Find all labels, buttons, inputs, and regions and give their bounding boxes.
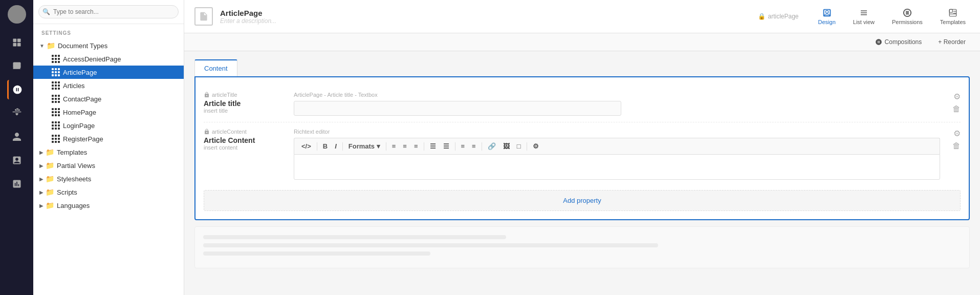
main-content: ArticlePage Enter a description... 🔒 art…: [184, 0, 980, 295]
tree-item-label: Articles: [63, 82, 85, 90]
prop-name-article-content: Article Content: [204, 136, 286, 144]
page-description: Enter a description...: [220, 17, 758, 25]
tree-item-label: Languages: [57, 202, 90, 209]
toolbar-row: Compositions + Reorder: [184, 33, 980, 51]
tab-templates[interactable]: Templates: [936, 6, 970, 28]
top-actions: Design List view Permissions Templates: [814, 6, 970, 28]
tree-item-document-types[interactable]: ▼ 📁 Document Types: [33, 39, 184, 52]
rte-link-btn[interactable]: 🔗: [485, 141, 499, 152]
reorder-button[interactable]: + Reorder: [934, 36, 970, 48]
rte-divider-5: [455, 142, 455, 151]
rte-align-right-btn[interactable]: ≡: [411, 141, 421, 152]
tree-item-label: ArticlePage: [63, 69, 97, 76]
svg-rect-1: [17, 39, 20, 43]
svg-rect-9: [949, 9, 952, 12]
chevron-right-icon: ▶: [39, 163, 43, 168]
rte-align-center-btn[interactable]: ≡: [400, 141, 410, 152]
page-icon: [194, 7, 213, 26]
article-content-alias: articleContent: [212, 129, 247, 135]
rte-ul-btn[interactable]: ☰: [427, 141, 439, 152]
rte-bold-btn[interactable]: B: [320, 141, 331, 152]
tree-item-article-page[interactable]: ArticlePage: [33, 66, 184, 79]
rte-toolbar: </> B I Formats ▾ ≡ ≡ ≡ ☰ ☰: [294, 138, 940, 154]
tree-item-label: ContactPage: [63, 95, 101, 103]
avatar[interactable]: [8, 5, 26, 24]
svg-rect-2: [13, 43, 16, 47]
prop-right-article-title: ArticlePage - Article title - Textbox: [294, 92, 940, 116]
rte-divider-2: [342, 142, 343, 151]
tab-list-view[interactable]: List view: [849, 6, 879, 28]
prop-actions-article-title: ⚙ 🗑: [948, 92, 961, 114]
rte-media-btn[interactable]: □: [514, 141, 524, 152]
rte-indent-btn[interactable]: ≡: [458, 141, 468, 152]
rte-ol-btn[interactable]: ☰: [440, 141, 452, 152]
page-title-section: ArticlePage Enter a description...: [220, 9, 758, 25]
search-input[interactable]: [38, 5, 179, 18]
tree-item-register-page[interactable]: RegisterPage: [33, 132, 184, 145]
lock-icon: 🔒: [758, 13, 766, 20]
delete-icon-2[interactable]: 🗑: [952, 141, 961, 151]
tree-item-templates[interactable]: ▶ 📁 Templates: [33, 145, 184, 159]
sidebar-item-settings[interactable]: [7, 80, 27, 99]
add-property-button[interactable]: Add property: [204, 190, 961, 211]
grid-icon: [52, 81, 60, 90]
sidebar-item-forms[interactable]: [7, 151, 27, 170]
sidebar-item-content[interactable]: [7, 33, 27, 52]
search-bar: 🔍: [33, 0, 184, 24]
rte-italic-btn[interactable]: I: [332, 141, 340, 152]
sidebar-item-media[interactable]: [7, 56, 27, 76]
rte-align-left-btn[interactable]: ≡: [389, 141, 399, 152]
tree-item-partial-views[interactable]: ▶ 📁 Partial Views: [33, 159, 184, 172]
folder-icon: 📁: [47, 41, 55, 50]
rte-editor-area[interactable]: [294, 154, 940, 180]
prop-left-article-title: articleTitle Article title insert title: [204, 92, 286, 114]
delete-icon[interactable]: 🗑: [952, 104, 961, 114]
tab-bar: Content: [194, 59, 970, 76]
editor-card: articleTitle Article title insert title …: [194, 76, 970, 220]
settings-icon[interactable]: ⚙: [953, 92, 961, 101]
tree-item-languages[interactable]: ▶ 📁 Languages: [33, 199, 184, 212]
prop-alias-article-content: articleContent: [204, 129, 286, 135]
chevron-down-icon: ▼: [39, 43, 45, 49]
tab-templates-label: Templates: [940, 19, 966, 25]
rte-divider-7: [527, 142, 527, 151]
rte-formats-btn[interactable]: Formats ▾: [345, 141, 383, 152]
tab-list-view-label: List view: [853, 19, 875, 25]
tree-item-articles[interactable]: Articles: [33, 79, 184, 92]
svg-point-5: [14, 64, 16, 65]
tab-permissions[interactable]: Permissions: [888, 6, 927, 28]
tree-item-stylesheets[interactable]: ▶ 📁 Stylesheets: [33, 172, 184, 185]
tree-item-label: Templates: [57, 149, 87, 156]
compositions-button[interactable]: Compositions: [871, 36, 926, 48]
rte-code-btn[interactable]: </>: [298, 141, 314, 152]
chevron-right-icon: ▶: [39, 203, 43, 208]
tree-item-label: RegisterPage: [63, 135, 103, 143]
tab-design[interactable]: Design: [814, 6, 840, 28]
tree-item-scripts[interactable]: ▶ 📁 Scripts: [33, 185, 184, 199]
placeholder-line: [203, 251, 430, 256]
rte-image-btn[interactable]: 🖼: [500, 141, 513, 152]
prop-desc-article-content: insert content: [204, 144, 286, 151]
add-property-label: Add property: [563, 197, 601, 204]
article-title-input[interactable]: [294, 101, 621, 116]
prop-name-article-title: Article title: [204, 99, 286, 108]
tree-item-label: Stylesheets: [57, 175, 91, 183]
page-name: ArticlePage: [220, 9, 758, 17]
prop-alias-article-title: articleTitle: [204, 92, 286, 98]
tree-item-access-denied[interactable]: AccessDeniedPage: [33, 52, 184, 66]
prop-left-article-content: articleContent Article Content insert co…: [204, 129, 286, 151]
grid-icon: [52, 135, 60, 143]
prop-desc-article-title: insert title: [204, 108, 286, 114]
settings-icon-2[interactable]: ⚙: [953, 129, 961, 138]
tree-item-login-page[interactable]: LoginPage: [33, 119, 184, 132]
rte-source-btn[interactable]: ⚙: [530, 141, 542, 152]
sidebar-item-reporting[interactable]: [7, 174, 27, 194]
tree-item-home-page[interactable]: HomePage: [33, 106, 184, 119]
svg-point-7: [904, 9, 911, 16]
sidebar-item-packages[interactable]: [7, 103, 27, 123]
page-route: 🔒 articlePage: [758, 13, 798, 20]
rte-outdent-btn[interactable]: ≡: [469, 141, 479, 152]
sidebar-item-users[interactable]: [7, 127, 27, 146]
tab-content[interactable]: Content: [194, 59, 237, 76]
tree-item-contact-page[interactable]: ContactPage: [33, 92, 184, 106]
